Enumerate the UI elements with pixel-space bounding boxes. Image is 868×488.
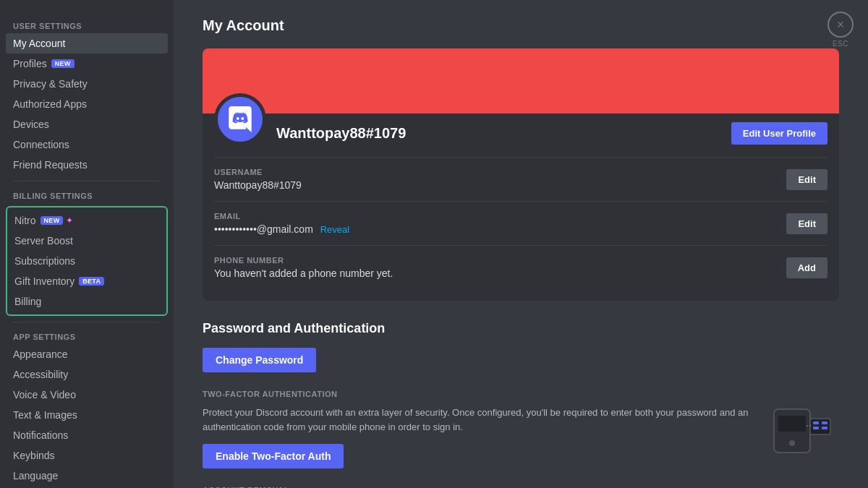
nitro-sparkle-icon: ✦ bbox=[66, 215, 73, 226]
sidebar-item-label-connections: Connections bbox=[13, 139, 69, 150]
badge-nitro: NEW bbox=[41, 216, 64, 225]
discord-logo-icon bbox=[224, 103, 256, 135]
sidebar-item-label-appearance: Appearance bbox=[13, 348, 68, 360]
svg-rect-7 bbox=[822, 427, 827, 429]
profile-banner bbox=[203, 48, 839, 114]
email-edit-button[interactable]: Edit bbox=[786, 213, 827, 234]
sidebar-item-nitro[interactable]: NitroNEW✦ bbox=[7, 210, 166, 231]
sidebar-item-friend-requests[interactable]: Friend Requests bbox=[6, 155, 168, 175]
sidebar-item-label-subscriptions: Subscriptions bbox=[14, 255, 75, 267]
password-section-title: Password and Authentication bbox=[203, 321, 839, 336]
sidebar-item-devices[interactable]: Devices bbox=[6, 114, 168, 134]
sidebar-item-keybinds[interactable]: Keybinds bbox=[6, 445, 168, 466]
close-icon[interactable]: × bbox=[827, 12, 854, 38]
billing-settings-header: Billing Settings bbox=[6, 187, 168, 203]
phone-field-row: PHONE NUMBER You haven't added a phone n… bbox=[214, 245, 827, 289]
email-field-content: EMAIL ••••••••••••@gmail.com Reveal bbox=[214, 212, 786, 235]
fields-section: USERNAME Wanttopay88#1079 Edit EMAIL •••… bbox=[203, 157, 839, 301]
page-title: My Account bbox=[203, 17, 839, 34]
username-value: Wanttopay88#1079 bbox=[214, 179, 786, 191]
sidebar-item-label-server-boost: Server Boost bbox=[14, 235, 73, 247]
sidebar-item-appearance[interactable]: Appearance bbox=[6, 344, 168, 364]
svg-rect-3 bbox=[810, 419, 830, 435]
change-password-button[interactable]: Change Password bbox=[203, 348, 316, 372]
sidebar-item-privacy-safety[interactable]: Privacy & Safety bbox=[6, 74, 168, 94]
sidebar-item-label-friend-requests: Friend Requests bbox=[13, 159, 88, 171]
sidebar-item-voice-video[interactable]: Voice & Video bbox=[6, 385, 168, 405]
sidebar-item-language[interactable]: Language bbox=[6, 466, 168, 486]
phone-value: You haven't added a phone number yet. bbox=[214, 267, 786, 279]
close-button-wrapper[interactable]: × ESC bbox=[827, 12, 854, 48]
phone-add-button[interactable]: Add bbox=[786, 257, 827, 278]
svg-rect-5 bbox=[813, 427, 819, 429]
sidebar-item-label-billing: Billing bbox=[14, 296, 41, 307]
sidebar-divider-1 bbox=[13, 181, 161, 181]
email-masked: ••••••••••••@gmail.com bbox=[214, 223, 313, 235]
sidebar-item-label-voice-video: Voice & Video bbox=[13, 389, 76, 401]
two-factor-text: Protect your Discord account with an ext… bbox=[203, 406, 752, 434]
sidebar-item-label-privacy-safety: Privacy & Safety bbox=[13, 78, 88, 90]
sidebar-item-label-authorized-apps: Authorized Apps bbox=[13, 98, 87, 110]
sidebar-item-gift-inventory[interactable]: Gift InventoryBETA bbox=[7, 271, 166, 291]
two-factor-body: Protect your Discord account with an ext… bbox=[203, 406, 839, 468]
sidebar-item-server-boost[interactable]: Server Boost bbox=[7, 231, 166, 251]
billing-section-box: NitroNEW✦Server BoostSubscriptionsGift I… bbox=[6, 206, 168, 316]
password-section: Password and Authentication Change Passw… bbox=[203, 321, 839, 468]
two-factor-illustration bbox=[767, 406, 839, 456]
edit-profile-button[interactable]: Edit User Profile bbox=[731, 122, 827, 145]
sidebar-item-my-account[interactable]: My Account bbox=[6, 33, 168, 53]
svg-point-2 bbox=[789, 440, 795, 446]
svg-rect-4 bbox=[813, 421, 819, 424]
username-label: USERNAME bbox=[214, 168, 786, 176]
sidebar-item-label-notifications: Notifications bbox=[13, 429, 68, 441]
avatar bbox=[214, 93, 266, 145]
username-field-content: USERNAME Wanttopay88#1079 bbox=[214, 168, 786, 191]
badge-gift-inventory: BETA bbox=[79, 277, 104, 286]
profile-card: Wanttopay88#1079 Edit User Profile USERN… bbox=[203, 48, 839, 301]
sidebar-item-label-language: Language bbox=[13, 470, 58, 481]
sidebar-item-authorized-apps[interactable]: Authorized Apps bbox=[6, 94, 168, 114]
sidebar-item-connections[interactable]: Connections bbox=[6, 134, 168, 155]
sidebar-item-subscriptions[interactable]: Subscriptions bbox=[7, 251, 166, 271]
username-edit-button[interactable]: Edit bbox=[786, 169, 827, 190]
svg-rect-6 bbox=[822, 421, 827, 424]
main-content: × ESC My Account Wanttopay88#1079 Edit U… bbox=[174, 0, 868, 488]
email-value: ••••••••••••@gmail.com Reveal bbox=[214, 223, 786, 235]
sidebar: User Settings My AccountProfilesNEWPriva… bbox=[0, 0, 174, 488]
sidebar-divider-2 bbox=[13, 322, 161, 322]
email-label: EMAIL bbox=[214, 212, 786, 221]
two-factor-header: TWO-FACTOR AUTHENTICATION bbox=[203, 390, 839, 398]
sidebar-item-label-text-images: Text & Images bbox=[13, 409, 77, 421]
phone-label: PHONE NUMBER bbox=[214, 256, 786, 265]
email-reveal-link[interactable]: Reveal bbox=[320, 224, 349, 235]
app-settings-header: App Settings bbox=[6, 328, 168, 344]
sidebar-item-profiles[interactable]: ProfilesNEW bbox=[6, 53, 168, 74]
sidebar-item-text-images[interactable]: Text & Images bbox=[6, 405, 168, 425]
enable-2fa-button[interactable]: Enable Two-Factor Auth bbox=[203, 444, 344, 468]
phone-field-content: PHONE NUMBER You haven't added a phone n… bbox=[214, 256, 786, 279]
sidebar-item-label-keybinds: Keybinds bbox=[13, 450, 55, 461]
sidebar-item-notifications[interactable]: Notifications bbox=[6, 425, 168, 445]
svg-rect-1 bbox=[778, 416, 806, 432]
sidebar-item-label-gift-inventory: Gift Inventory bbox=[14, 275, 75, 287]
two-factor-section: TWO-FACTOR AUTHENTICATION Protect your D… bbox=[203, 390, 839, 468]
username-field-row: USERNAME Wanttopay88#1079 Edit bbox=[214, 157, 827, 201]
sidebar-item-accessibility[interactable]: Accessibility bbox=[6, 364, 168, 385]
profile-info-row: Wanttopay88#1079 Edit User Profile bbox=[203, 114, 839, 157]
sidebar-item-label-profiles: Profiles bbox=[13, 58, 47, 69]
user-settings-header: User Settings bbox=[6, 17, 168, 33]
sidebar-item-label-nitro: Nitro bbox=[14, 215, 36, 226]
badge-profiles: NEW bbox=[51, 59, 75, 68]
two-factor-text-col: Protect your Discord account with an ext… bbox=[203, 406, 752, 468]
sidebar-item-label-accessibility: Accessibility bbox=[13, 369, 68, 380]
email-field-row: EMAIL ••••••••••••@gmail.com Reveal Edit bbox=[214, 201, 827, 245]
sidebar-item-billing[interactable]: Billing bbox=[7, 291, 166, 312]
esc-label: ESC bbox=[833, 40, 848, 48]
sidebar-item-label-my-account: My Account bbox=[13, 38, 65, 49]
username-display: Wanttopay88#1079 bbox=[276, 118, 731, 142]
sidebar-item-label-devices: Devices bbox=[13, 119, 49, 130]
